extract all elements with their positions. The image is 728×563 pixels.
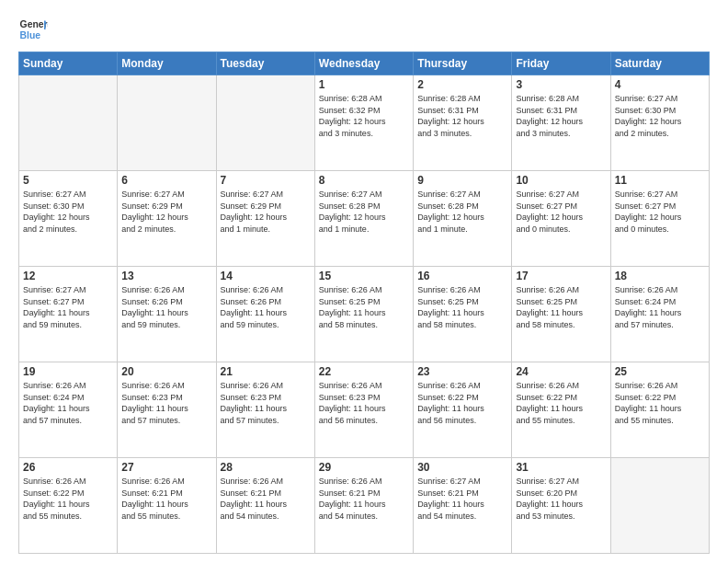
- day-info: Sunrise: 6:27 AM Sunset: 6:27 PM Dayligh…: [615, 189, 705, 235]
- calendar-cell: 27Sunrise: 6:26 AM Sunset: 6:21 PM Dayli…: [118, 458, 216, 554]
- day-info: Sunrise: 6:26 AM Sunset: 6:22 PM Dayligh…: [23, 476, 113, 522]
- day-number: 22: [319, 365, 409, 378]
- calendar-cell: 24Sunrise: 6:26 AM Sunset: 6:22 PM Dayli…: [512, 362, 610, 458]
- calendar-cell: 31Sunrise: 6:27 AM Sunset: 6:20 PM Dayli…: [512, 458, 610, 554]
- calendar-cell: 13Sunrise: 6:26 AM Sunset: 6:26 PM Dayli…: [118, 267, 216, 362]
- calendar-cell: 7Sunrise: 6:27 AM Sunset: 6:29 PM Daylig…: [216, 171, 314, 267]
- calendar-cell: 22Sunrise: 6:26 AM Sunset: 6:23 PM Dayli…: [314, 362, 413, 458]
- weekday-header-sunday: Sunday: [19, 52, 118, 75]
- svg-text:Blue: Blue: [20, 30, 41, 40]
- calendar-cell: 19Sunrise: 6:26 AM Sunset: 6:24 PM Dayli…: [19, 362, 118, 458]
- calendar-cell: 4Sunrise: 6:27 AM Sunset: 6:30 PM Daylig…: [610, 75, 709, 171]
- day-number: 3: [516, 78, 606, 91]
- calendar-cell: 5Sunrise: 6:27 AM Sunset: 6:30 PM Daylig…: [19, 171, 118, 267]
- weekday-header-thursday: Thursday: [414, 52, 512, 75]
- day-info: Sunrise: 6:26 AM Sunset: 6:26 PM Dayligh…: [121, 284, 211, 330]
- calendar-cell: 1Sunrise: 6:28 AM Sunset: 6:32 PM Daylig…: [314, 75, 413, 171]
- day-info: Sunrise: 6:27 AM Sunset: 6:30 PM Dayligh…: [615, 93, 705, 139]
- day-number: 31: [516, 461, 606, 474]
- calendar-cell: 3Sunrise: 6:28 AM Sunset: 6:31 PM Daylig…: [512, 75, 610, 171]
- day-info: Sunrise: 6:26 AM Sunset: 6:22 PM Dayligh…: [417, 380, 507, 426]
- calendar-cell: [118, 75, 216, 171]
- day-number: 1: [319, 78, 409, 91]
- weekday-header-friday: Friday: [512, 52, 610, 75]
- day-number: 9: [417, 174, 507, 187]
- calendar-cell: 16Sunrise: 6:26 AM Sunset: 6:25 PM Dayli…: [414, 267, 512, 362]
- weekday-header-monday: Monday: [118, 52, 216, 75]
- calendar-cell: 8Sunrise: 6:27 AM Sunset: 6:28 PM Daylig…: [314, 171, 413, 267]
- logo-icon: General Blue: [18, 15, 48, 44]
- day-info: Sunrise: 6:26 AM Sunset: 6:21 PM Dayligh…: [221, 476, 311, 522]
- calendar-cell: 29Sunrise: 6:26 AM Sunset: 6:21 PM Dayli…: [314, 458, 413, 554]
- weekday-header-wednesday: Wednesday: [314, 52, 413, 75]
- day-number: 18: [615, 270, 705, 282]
- day-info: Sunrise: 6:26 AM Sunset: 6:23 PM Dayligh…: [121, 380, 211, 426]
- day-number: 8: [319, 174, 409, 187]
- day-info: Sunrise: 6:27 AM Sunset: 6:27 PM Dayligh…: [516, 189, 606, 235]
- calendar-cell: 6Sunrise: 6:27 AM Sunset: 6:29 PM Daylig…: [118, 171, 216, 267]
- day-number: 19: [23, 365, 113, 378]
- calendar-cell: 17Sunrise: 6:26 AM Sunset: 6:25 PM Dayli…: [512, 267, 610, 362]
- day-number: 26: [23, 461, 113, 474]
- calendar-cell: 11Sunrise: 6:27 AM Sunset: 6:27 PM Dayli…: [610, 171, 709, 267]
- calendar-week-row: 1Sunrise: 6:28 AM Sunset: 6:32 PM Daylig…: [19, 75, 710, 171]
- calendar-cell: 12Sunrise: 6:27 AM Sunset: 6:27 PM Dayli…: [19, 267, 118, 362]
- day-number: 23: [417, 365, 507, 378]
- header: General Blue: [18, 15, 710, 44]
- page: General Blue SundayMondayTuesdayWednesda…: [0, 0, 728, 563]
- day-info: Sunrise: 6:27 AM Sunset: 6:28 PM Dayligh…: [319, 189, 409, 235]
- day-number: 25: [615, 365, 705, 378]
- weekday-header-row: SundayMondayTuesdayWednesdayThursdayFrid…: [19, 52, 710, 75]
- day-number: 17: [516, 270, 606, 282]
- day-info: Sunrise: 6:26 AM Sunset: 6:21 PM Dayligh…: [319, 476, 409, 522]
- day-number: 28: [221, 461, 311, 474]
- day-number: 12: [23, 270, 113, 282]
- day-info: Sunrise: 6:27 AM Sunset: 6:29 PM Dayligh…: [221, 189, 311, 235]
- day-info: Sunrise: 6:26 AM Sunset: 6:22 PM Dayligh…: [516, 380, 606, 426]
- calendar-week-row: 5Sunrise: 6:27 AM Sunset: 6:30 PM Daylig…: [19, 171, 710, 267]
- day-info: Sunrise: 6:28 AM Sunset: 6:32 PM Dayligh…: [319, 93, 409, 139]
- day-number: 29: [319, 461, 409, 474]
- day-number: 30: [417, 461, 507, 474]
- day-number: 5: [23, 174, 113, 187]
- svg-text:General: General: [20, 19, 48, 29]
- calendar-week-row: 19Sunrise: 6:26 AM Sunset: 6:24 PM Dayli…: [19, 362, 710, 458]
- day-number: 2: [417, 78, 507, 91]
- day-number: 7: [221, 174, 311, 187]
- day-info: Sunrise: 6:26 AM Sunset: 6:21 PM Dayligh…: [121, 476, 211, 522]
- day-info: Sunrise: 6:27 AM Sunset: 6:21 PM Dayligh…: [417, 476, 507, 522]
- calendar-table: SundayMondayTuesdayWednesdayThursdayFrid…: [18, 52, 710, 554]
- calendar-week-row: 12Sunrise: 6:27 AM Sunset: 6:27 PM Dayli…: [19, 267, 710, 362]
- calendar-cell: [216, 75, 314, 171]
- day-number: 20: [121, 365, 211, 378]
- day-info: Sunrise: 6:27 AM Sunset: 6:27 PM Dayligh…: [23, 284, 113, 330]
- day-info: Sunrise: 6:27 AM Sunset: 6:30 PM Dayligh…: [23, 189, 113, 235]
- calendar-cell: 23Sunrise: 6:26 AM Sunset: 6:22 PM Dayli…: [414, 362, 512, 458]
- day-number: 11: [615, 174, 705, 187]
- logo: General Blue: [18, 15, 48, 44]
- day-info: Sunrise: 6:27 AM Sunset: 6:20 PM Dayligh…: [516, 476, 606, 522]
- day-number: 15: [319, 270, 409, 282]
- calendar-cell: 26Sunrise: 6:26 AM Sunset: 6:22 PM Dayli…: [19, 458, 118, 554]
- day-number: 21: [221, 365, 311, 378]
- calendar-cell: 10Sunrise: 6:27 AM Sunset: 6:27 PM Dayli…: [512, 171, 610, 267]
- day-number: 24: [516, 365, 606, 378]
- day-info: Sunrise: 6:26 AM Sunset: 6:25 PM Dayligh…: [516, 284, 606, 330]
- day-number: 13: [121, 270, 211, 282]
- day-info: Sunrise: 6:26 AM Sunset: 6:24 PM Dayligh…: [23, 380, 113, 426]
- day-info: Sunrise: 6:28 AM Sunset: 6:31 PM Dayligh…: [417, 93, 507, 139]
- calendar-week-row: 26Sunrise: 6:26 AM Sunset: 6:22 PM Dayli…: [19, 458, 710, 554]
- weekday-header-saturday: Saturday: [610, 52, 709, 75]
- day-number: 6: [121, 174, 211, 187]
- calendar-cell: 28Sunrise: 6:26 AM Sunset: 6:21 PM Dayli…: [216, 458, 314, 554]
- day-number: 4: [615, 78, 705, 91]
- day-number: 14: [221, 270, 311, 282]
- day-info: Sunrise: 6:27 AM Sunset: 6:29 PM Dayligh…: [121, 189, 211, 235]
- calendar-cell: 30Sunrise: 6:27 AM Sunset: 6:21 PM Dayli…: [414, 458, 512, 554]
- calendar-cell: 20Sunrise: 6:26 AM Sunset: 6:23 PM Dayli…: [118, 362, 216, 458]
- day-info: Sunrise: 6:26 AM Sunset: 6:22 PM Dayligh…: [615, 380, 705, 426]
- day-info: Sunrise: 6:26 AM Sunset: 6:23 PM Dayligh…: [221, 380, 311, 426]
- calendar-cell: 14Sunrise: 6:26 AM Sunset: 6:26 PM Dayli…: [216, 267, 314, 362]
- calendar-cell: [610, 458, 709, 554]
- calendar-cell: 18Sunrise: 6:26 AM Sunset: 6:24 PM Dayli…: [610, 267, 709, 362]
